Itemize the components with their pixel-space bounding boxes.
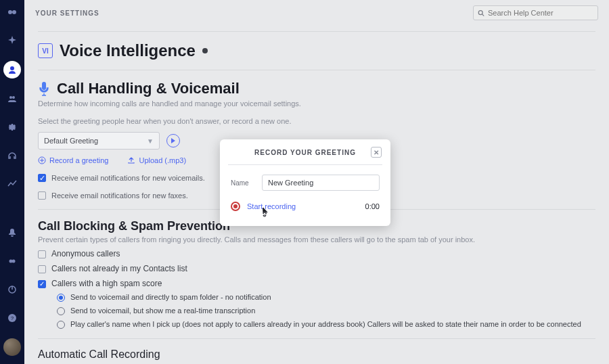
voicemail-heading: Call Handling & Voicemail [57,80,240,97]
email-voicemail-checkbox[interactable]: ✓ [38,174,46,182]
power-icon[interactable] [4,281,20,298]
plus-circle-icon [38,156,46,164]
divider [38,338,595,339]
svg-point-2 [10,66,14,70]
svg-point-10 [478,10,482,14]
mic-icon [38,81,50,96]
record-greeting-link[interactable]: Record a greeting [38,156,108,164]
svg-point-6 [12,260,16,263]
play-greeting-button[interactable] [166,134,180,147]
contacts-only-checkbox[interactable] [38,265,46,273]
cursor-icon [261,208,269,217]
spam-action-radio-b[interactable] [57,307,65,315]
search-field[interactable] [473,5,598,20]
spam-action-b-label: Send to voicemail, but show me a real-ti… [70,306,255,315]
close-icon: ✕ [374,149,380,156]
upload-greeting-label: Upload (.mp3) [139,156,186,164]
email-fax-checkbox[interactable] [38,191,46,200]
anon-callers-label: Anonymous callers [51,249,120,258]
greeting-name-label: Name [231,179,254,187]
upload-greeting-link[interactable]: Upload (.mp3) [127,156,186,164]
contacts-only-label: Callers not already in my Contacts list [51,264,187,273]
record-greeting-modal: RECORD YOUR GREETING ✕ Name Start record… [220,139,390,226]
divider [38,70,595,70]
contacts-icon[interactable] [3,61,21,78]
chevron-down-icon: ▼ [147,137,154,145]
gear-icon[interactable] [4,119,20,135]
start-recording-label: Start recording [247,202,296,210]
svg-point-3 [9,96,12,99]
record-greeting-label: Record a greeting [49,156,108,164]
vi-heading: Voice Intelligence [60,41,196,60]
svg-point-4 [12,96,15,99]
spam-action-radio-c[interactable] [57,321,65,329]
help-icon[interactable]: ? [4,310,20,326]
email-fax-label: Receive email notifications for new faxe… [51,191,188,200]
left-nav-sidebar: ? [0,0,24,364]
divider [38,31,595,32]
logo-icon[interactable] [4,4,20,20]
divider [228,164,382,165]
group-icon[interactable] [4,91,20,107]
spam-action-radio-a[interactable] [57,294,65,302]
svg-text:?: ? [11,315,14,321]
greeting-select[interactable]: Default Greeting ▼ [38,132,160,150]
search-icon [478,9,484,17]
spam-action-c-label: Play caller's name when I pick up (does … [70,320,581,328]
auto-recording-heading: Automatic Call Recording [38,348,595,361]
bell-icon[interactable] [4,225,20,241]
modal-close-button[interactable]: ✕ [371,147,382,158]
svg-point-1 [12,10,16,14]
record-icon[interactable] [231,202,240,211]
app-icon[interactable] [4,253,20,269]
vi-badge: VI [38,43,53,58]
greeting-name-input[interactable] [262,175,380,191]
info-dot-icon[interactable] [202,48,208,53]
modal-title: RECORD YOUR GREETING [254,149,356,156]
blocking-subtitle: Prevent certain types of callers from ri… [38,235,595,244]
headphones-icon[interactable] [4,147,20,164]
svg-rect-11 [42,82,46,90]
email-voicemail-label: Receive email notifications for new voic… [51,174,205,182]
spam-score-checkbox[interactable] [38,280,46,288]
sparkle-icon[interactable] [4,32,20,49]
avatar[interactable] [3,338,21,356]
greeting-select-value: Default Greeting [44,137,98,145]
breadcrumb: YOUR SETTINGS [35,9,99,17]
upload-icon [127,156,135,164]
analytics-icon[interactable] [4,176,20,192]
anon-callers-checkbox[interactable] [38,250,46,258]
search-input[interactable] [488,9,593,17]
svg-point-0 [8,10,12,14]
spam-score-label: Callers with a high spam score [51,279,162,288]
spam-action-a-label: Send to voicemail and directly to spam f… [70,293,271,301]
recording-time: 0:00 [365,202,380,210]
start-recording-link[interactable]: Start recording [247,202,296,210]
greeting-hint: Select the greeting people hear when you… [38,117,595,125]
voicemail-subtitle: Determine how incoming calls are handled… [38,99,595,108]
